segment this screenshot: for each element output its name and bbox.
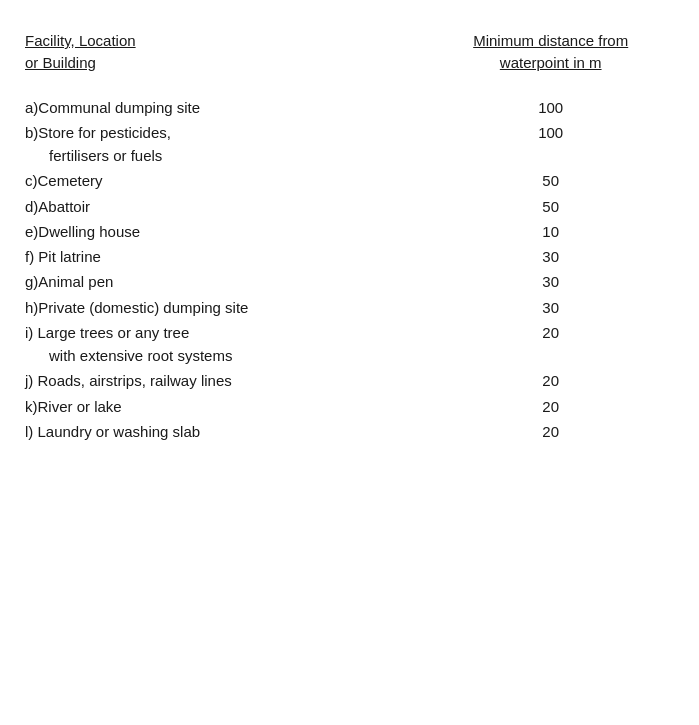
row-value-k: 20 [427,395,674,418]
main-table: Facility, Location or Building Minimum d… [20,20,679,455]
table-header: Facility, Location or Building Minimum d… [25,30,674,78]
row-main-text-f: f) Pit latrine [25,248,101,265]
table-row: k)River or lake20 [25,395,674,418]
row-label-a: a)Communal dumping site [25,96,401,119]
row-main-text-c: c)Cemetery [25,172,103,189]
row-value-j: 20 [427,369,674,392]
table-row: d)Abattoir50 [25,195,674,218]
row-label-l: l) Laundry or washing slab [25,420,401,443]
row-label-h: h)Private (domestic) dumping site [25,296,401,319]
row-value-c: 50 [427,169,674,192]
row-label-j: j) Roads, airstrips, railway lines [25,369,401,392]
row-label-f: f) Pit latrine [25,245,401,268]
row-value-i: 20 [427,321,674,344]
row-label-e: e)Dwelling house [25,220,401,243]
row-main-text-d: d)Abattoir [25,198,90,215]
header-facility-line2: or Building [25,54,96,71]
row-main-text-l: l) Laundry or washing slab [25,423,200,440]
row-main-text-b: b)Store for pesticides, [25,124,171,141]
table-row: j) Roads, airstrips, railway lines20 [25,369,674,392]
row-sub-text-i: with extensive root systems [25,344,401,367]
row-value-l: 20 [427,420,674,443]
row-main-text-a: a)Communal dumping site [25,99,200,116]
row-value-f: 30 [427,245,674,268]
row-label-d: d)Abattoir [25,195,401,218]
row-value-a: 100 [427,96,674,119]
row-value-g: 30 [427,270,674,293]
row-main-text-e: e)Dwelling house [25,223,140,240]
row-main-text-g: g)Animal pen [25,273,113,290]
header-distance: Minimum distance from waterpoint in m [427,30,674,74]
row-label-k: k)River or lake [25,395,401,418]
table-row: g)Animal pen30 [25,270,674,293]
row-value-b: 100 [427,121,674,144]
table-row: l) Laundry or washing slab20 [25,420,674,443]
header-distance-line1: Minimum distance from [473,32,628,49]
row-main-text-k: k)River or lake [25,398,122,415]
row-label-b: b)Store for pesticides,fertilisers or fu… [25,121,401,168]
table-row: c)Cemetery50 [25,169,674,192]
row-main-text-h: h)Private (domestic) dumping site [25,299,248,316]
table-row: f) Pit latrine30 [25,245,674,268]
table-row: h)Private (domestic) dumping site30 [25,296,674,319]
row-label-c: c)Cemetery [25,169,401,192]
table-row: e)Dwelling house10 [25,220,674,243]
row-sub-text-b: fertilisers or fuels [25,144,401,167]
row-main-text-j: j) Roads, airstrips, railway lines [25,372,232,389]
row-label-i: i) Large trees or any treewith extensive… [25,321,401,368]
row-value-e: 10 [427,220,674,243]
header-facility: Facility, Location or Building [25,30,401,74]
header-distance-line2: waterpoint in m [500,54,602,71]
table-row: a)Communal dumping site100 [25,96,674,119]
table-row: b)Store for pesticides,fertilisers or fu… [25,121,674,168]
row-main-text-i: i) Large trees or any tree [25,324,189,341]
row-value-h: 30 [427,296,674,319]
table-row: i) Large trees or any treewith extensive… [25,321,674,368]
row-value-d: 50 [427,195,674,218]
row-label-g: g)Animal pen [25,270,401,293]
table-body: a)Communal dumping site100b)Store for pe… [25,96,674,444]
header-facility-line1: Facility, Location [25,32,136,49]
